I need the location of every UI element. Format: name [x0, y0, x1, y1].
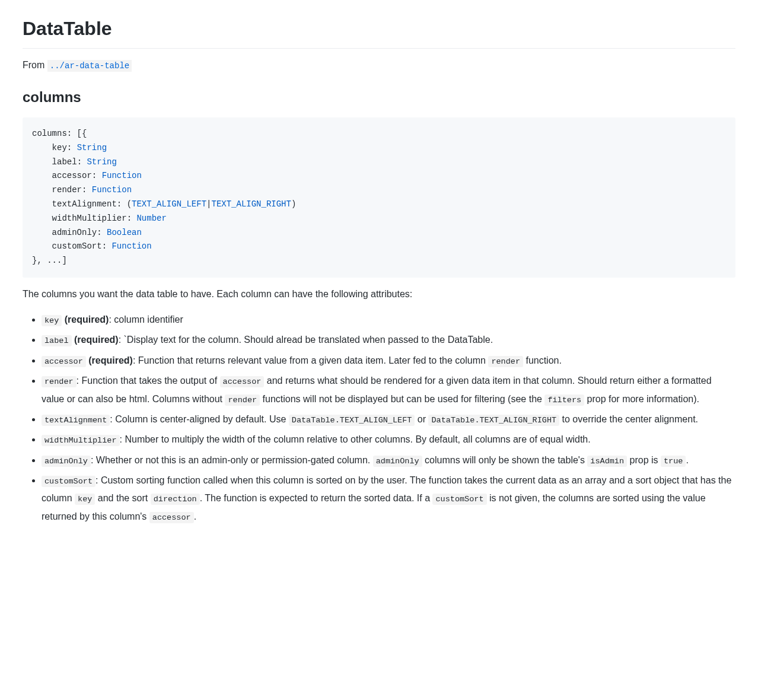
inline-code: adminOnly — [373, 456, 422, 467]
list-item: accessor (required): Function that retur… — [42, 352, 735, 370]
required-label: (required) — [62, 314, 109, 324]
attr-desc: . — [194, 511, 196, 521]
attr-desc: . The function is expected to return the… — [200, 493, 433, 503]
required-label: (required) — [86, 355, 133, 365]
source-link[interactable]: ../ar-data-table — [47, 60, 132, 72]
attr-desc: columns will only be shown the table's — [422, 455, 588, 465]
columns-intro: The columns you want the data table to h… — [23, 287, 735, 301]
attr-desc: function. — [523, 355, 562, 365]
attr-desc: and the sort — [95, 493, 150, 503]
attr-desc: : Whether or not this is an admin-only o… — [91, 455, 373, 465]
attr-desc: to override the center alignment. — [559, 414, 698, 424]
list-item: textAlignment: Column is center-aligned … — [42, 411, 735, 428]
inline-code: DataTable.TEXT_ALIGN_LEFT — [289, 415, 415, 426]
list-item: customSort: Custom sorting function call… — [42, 472, 735, 526]
code-block-columns: columns: [{ key: String label: String ac… — [23, 117, 735, 278]
columns-attributes-list: key (required): column identifier label … — [23, 311, 735, 526]
inline-code: render — [488, 356, 523, 367]
from-line: From ../ar-data-table — [23, 58, 735, 72]
inline-code: accessor — [149, 512, 194, 523]
attr-desc: . — [686, 455, 688, 465]
inline-code: render — [225, 394, 260, 406]
attr-code: customSort — [42, 476, 95, 487]
inline-code: accessor — [220, 376, 265, 387]
inline-code: true — [661, 456, 686, 467]
attr-desc: : Number to multiply the width of the co… — [120, 434, 591, 444]
attr-code: adminOnly — [42, 456, 91, 467]
attr-desc: : Function that returns relevant value f… — [133, 355, 488, 365]
inline-code: filters — [544, 394, 584, 406]
attr-desc: prop is — [627, 455, 661, 465]
attr-desc: functions will not be displayed but can … — [260, 394, 544, 404]
attr-desc: or — [415, 414, 428, 424]
inline-code: isAdmin — [587, 456, 627, 467]
attr-desc: prop for more information). — [584, 394, 699, 404]
required-label: (required) — [72, 335, 119, 345]
attr-code: textAlignment — [42, 415, 110, 426]
attr-code: widthMultiplier — [42, 435, 120, 446]
attr-code: key — [42, 315, 62, 326]
section-heading-columns: columns — [23, 87, 735, 108]
attr-code: render — [42, 376, 77, 387]
attr-desc: : Column is center-aligned by default. U… — [110, 414, 288, 424]
inline-code: customSort — [432, 494, 486, 505]
list-item: label (required): `Display text for the … — [42, 331, 735, 349]
list-item: adminOnly: Whether or not this is an adm… — [42, 451, 735, 469]
attr-desc: : Function that takes the output of — [77, 376, 220, 386]
attr-code: label — [42, 335, 72, 346]
from-label: From — [23, 60, 44, 70]
list-item: widthMultiplier: Number to multiply the … — [42, 431, 735, 448]
attr-desc: : `Display text for the column. Should a… — [119, 335, 493, 345]
page-title: DataTable — [23, 14, 735, 49]
inline-code: direction — [151, 494, 200, 505]
attr-desc: : column identifier — [109, 314, 183, 324]
list-item: render: Function that takes the output o… — [42, 372, 735, 408]
inline-code: DataTable.TEXT_ALIGN_RIGHT — [428, 415, 559, 426]
list-item: key (required): column identifier — [42, 311, 735, 329]
inline-code: key — [75, 494, 95, 505]
attr-code: accessor — [42, 356, 86, 367]
